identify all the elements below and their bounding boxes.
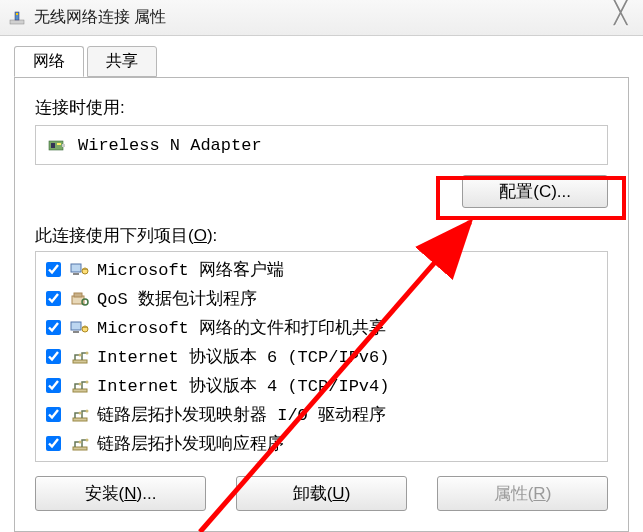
- svg-rect-7: [71, 264, 81, 272]
- svg-rect-10: [83, 268, 87, 270]
- component-checkbox[interactable]: [46, 378, 61, 393]
- list-item[interactable]: 链路层拓扑发现响应程序: [42, 429, 601, 458]
- component-checkbox[interactable]: [46, 291, 61, 306]
- svg-rect-17: [83, 326, 87, 328]
- component-checkbox[interactable]: [46, 320, 61, 335]
- uninstall-button[interactable]: 卸载(U): [236, 476, 407, 511]
- configure-button[interactable]: 配置(C)...: [462, 175, 608, 208]
- qos-icon: [69, 290, 91, 308]
- adapter-box[interactable]: Wireless N Adapter: [35, 125, 608, 165]
- svg-rect-6: [62, 144, 65, 147]
- component-checkbox[interactable]: [46, 407, 61, 422]
- connect-using-label: 连接时使用:: [35, 96, 608, 119]
- component-label: 链路层拓扑发现响应程序: [97, 432, 284, 455]
- svg-rect-21: [73, 389, 87, 392]
- components-label-pre: 此连接使用下列项目(: [35, 226, 194, 245]
- svg-rect-8: [73, 273, 79, 275]
- adapter-name: Wireless N Adapter: [78, 136, 262, 155]
- svg-point-29: [86, 438, 89, 441]
- component-label: Internet 协议版本 4 (TCP/IPv4): [97, 374, 389, 397]
- client-icon: [69, 261, 91, 279]
- titlebar: 无线网络连接 属性 ╳: [0, 0, 643, 36]
- tab-sharing[interactable]: 共享: [87, 46, 157, 77]
- properties-button: 属性(R): [437, 476, 608, 511]
- protocol-icon: [69, 348, 91, 366]
- svg-point-23: [86, 380, 89, 383]
- svg-rect-18: [73, 360, 87, 363]
- list-item[interactable]: 链路层拓扑发现映射器 I/O 驱动程序: [42, 400, 601, 429]
- svg-point-20: [86, 351, 89, 354]
- protocol-icon: [69, 406, 91, 424]
- components-list[interactable]: Microsoft 网络客户端 QoS 数据包计划程序 Microsoft 网络…: [35, 251, 608, 462]
- list-item[interactable]: Microsoft 网络的文件和打印机共享: [42, 313, 601, 342]
- svg-rect-2: [16, 13, 18, 15]
- list-item[interactable]: Internet 协议版本 4 (TCP/IPv4): [42, 371, 601, 400]
- svg-rect-5: [57, 143, 61, 145]
- component-label: Internet 协议版本 6 (TCP/IPv6): [97, 345, 389, 368]
- adapter-icon: [46, 134, 68, 156]
- install-button[interactable]: 安装(N)...: [35, 476, 206, 511]
- protocol-icon: [69, 435, 91, 453]
- component-label: Microsoft 网络的文件和打印机共享: [97, 316, 386, 339]
- svg-rect-12: [74, 293, 82, 297]
- component-checkbox[interactable]: [46, 436, 61, 451]
- component-checkbox[interactable]: [46, 262, 61, 277]
- client-icon: [69, 319, 91, 337]
- svg-rect-14: [71, 322, 81, 330]
- svg-point-26: [86, 409, 89, 412]
- svg-point-22: [79, 382, 82, 385]
- button-row: 安装(N)... 卸载(U) 属性(R): [35, 476, 608, 511]
- svg-rect-15: [73, 331, 79, 333]
- tab-networking[interactable]: 网络: [14, 46, 84, 77]
- list-item[interactable]: Internet 协议版本 6 (TCP/IPv6): [42, 342, 601, 371]
- svg-point-19: [79, 353, 82, 356]
- svg-rect-4: [51, 143, 55, 148]
- protocol-icon: [69, 377, 91, 395]
- tab-panel-networking: 连接时使用: Wireless N Adapter 配置(C)... 此连接使用…: [14, 77, 629, 532]
- component-checkbox[interactable]: [46, 349, 61, 364]
- component-label: 链路层拓扑发现映射器 I/O 驱动程序: [97, 403, 386, 426]
- components-label: 此连接使用下列项目(O):: [35, 224, 608, 247]
- component-label: QoS 数据包计划程序: [97, 287, 257, 310]
- list-item[interactable]: QoS 数据包计划程序: [42, 284, 601, 313]
- list-item[interactable]: Microsoft 网络客户端: [42, 255, 601, 284]
- components-label-key: O: [194, 226, 207, 245]
- tab-strip: 网络 共享: [14, 46, 629, 78]
- network-adapter-icon: [8, 9, 26, 27]
- components-label-post: ):: [207, 226, 217, 245]
- svg-rect-0: [10, 20, 24, 24]
- svg-point-25: [79, 411, 82, 414]
- svg-point-28: [79, 440, 82, 443]
- window-title: 无线网络连接 属性: [34, 7, 166, 28]
- close-button[interactable]: ╳: [614, 0, 625, 26]
- svg-rect-24: [73, 418, 87, 421]
- svg-rect-27: [73, 447, 87, 450]
- component-label: Microsoft 网络客户端: [97, 258, 284, 281]
